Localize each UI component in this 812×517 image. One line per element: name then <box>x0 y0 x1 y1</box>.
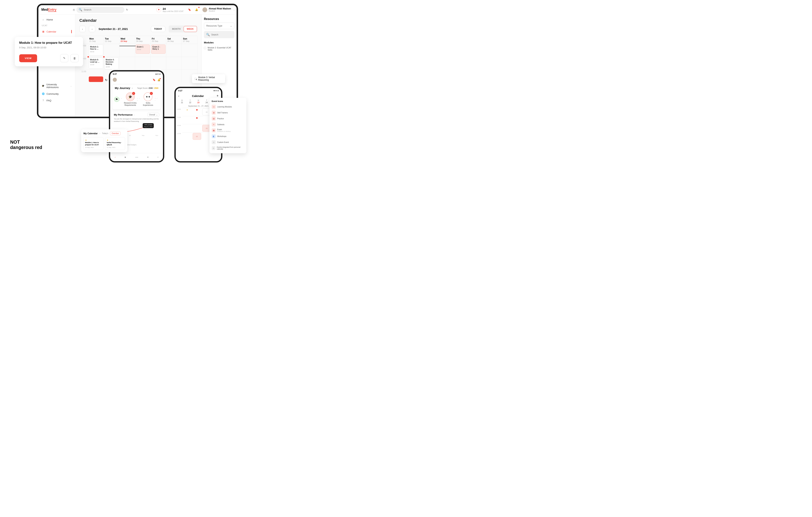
legend-custom: ☺Custom Event <box>212 139 244 145</box>
user-role: Student <box>209 10 231 12</box>
next-week-button[interactable]: › <box>89 26 95 32</box>
chevron-right-icon[interactable]: › <box>134 114 135 116</box>
cell-sat-09[interactable] <box>166 44 182 57</box>
journey-step-research[interactable]: 🎓✓ Research Entry Requirements <box>123 92 137 106</box>
resources-search-input[interactable] <box>211 33 238 36</box>
chevron-right-icon[interactable]: › <box>99 132 100 134</box>
resource-module-2[interactable]: Module 2: Essential UCAT Skills <box>204 46 234 52</box>
cell-sat-10[interactable] <box>166 57 182 70</box>
legend-exam: ▦Examavailable on desktop <box>212 128 244 133</box>
cell-mon-10[interactable]: Module 9: Lead up … 10:00 <box>88 57 104 70</box>
cell-tue-09[interactable] <box>104 44 120 57</box>
sidebar-admissions-label: University Admissions <box>46 83 68 89</box>
p2cell[interactable] <box>182 124 192 132</box>
overdue-item-2[interactable]: ▲ Verbal Reasoning - QBank 11 Sep, 2021 <box>105 137 125 150</box>
p2cell[interactable]: ▲ <box>182 108 192 116</box>
calendar-range: September 21 - 27, 2021 <box>98 28 128 30</box>
cell-wed-10[interactable] <box>119 57 135 70</box>
chevron-right-icon[interactable]: › <box>132 86 133 89</box>
nav-library[interactable]: ▭▭ <box>135 156 138 158</box>
search-input[interactable] <box>84 8 122 11</box>
user-menu[interactable]: Ahmad Rhiel Madsen Student ⌄ <box>202 7 235 12</box>
global-search[interactable]: 🔍 <box>77 7 124 13</box>
day-sat: Sat26 Sep <box>166 36 182 44</box>
bell-icon[interactable]: 🔔 <box>157 79 161 81</box>
check-icon: ✓ <box>150 92 153 95</box>
event-exam-2[interactable]: Exam 2 - Retry 1 <box>151 45 166 54</box>
tab-overdue[interactable]: Overdue <box>110 132 120 135</box>
warning-icon: ▲ <box>85 139 102 141</box>
cell-sat-11[interactable] <box>166 70 182 83</box>
event-exam-1[interactable]: Exam 1 09:00 <box>136 45 150 54</box>
view-button[interactable]: VIEW <box>19 54 37 62</box>
p2cell[interactable] <box>192 108 202 116</box>
p2cell[interactable] <box>192 124 202 132</box>
overdue-item-1[interactable]: ▲ Module 1: How to prepare for UCAT 10 S… <box>83 137 104 150</box>
cell-fri-09[interactable]: Exam 2 - Retry 1 <box>151 44 166 57</box>
avatar[interactable] <box>113 78 117 82</box>
history-icon[interactable]: ↻ <box>124 7 129 12</box>
cell-sun-10[interactable] <box>182 57 198 70</box>
cell-tue-10[interactable]: Module 4: Decision Making 10:00 <box>104 57 120 70</box>
resources-type-select[interactable]: Resources Type ⌄ <box>204 23 234 29</box>
cell-wed-09[interactable] <box>119 44 135 57</box>
module-chip[interactable]: ▭ <box>193 133 201 140</box>
phone-statusbar: 9:27 ••• ᯤ ▮ <box>110 72 163 77</box>
cell-sun-09[interactable] <box>182 44 198 57</box>
sidebar-item-faq[interactable]: ? FAQ <box>38 97 75 104</box>
prev-week-button[interactable]: ‹ <box>79 26 86 32</box>
my-calendar-title: My Calendar <box>83 132 98 135</box>
event-module-4[interactable]: Module 4: Decision Making 10:00 <box>105 57 119 69</box>
cell-mon-11[interactable] <box>88 70 104 83</box>
today-button[interactable]: TODAY <box>151 26 165 32</box>
phone-signal-icon: ••• ᯤ ▮ <box>213 89 219 92</box>
month-view-button[interactable]: MONTH <box>169 26 184 32</box>
journey-step-extra[interactable]: ✦✦✓ Extra Experiences <box>141 92 155 106</box>
bell-icon[interactable]: 🔔 <box>194 7 199 12</box>
week-view-button[interactable]: WEEK <box>184 26 197 32</box>
add-button[interactable]: + <box>216 94 219 98</box>
cell-fri-10[interactable] <box>151 57 166 70</box>
tab-todays[interactable]: Today's <box>102 132 108 134</box>
delete-button[interactable]: 🗑 <box>70 54 79 62</box>
cell-mon-09[interactable]: Module 1: How to … 09:00 <box>88 44 104 57</box>
resources-search[interactable]: 🔍 <box>204 31 234 38</box>
sidebar-item-admissions[interactable]: 🎓 University Admissions ⌄ <box>38 81 75 90</box>
nav-practice[interactable]: ⊞ <box>147 156 149 158</box>
edit-button[interactable]: ✎ <box>60 54 68 62</box>
dots-connector: • • • <box>119 97 123 101</box>
event-icons-legend: Event Icons ▭Learning Modules ⊞Skill Tra… <box>209 98 246 153</box>
p2cell[interactable] <box>182 132 192 140</box>
nav-home[interactable]: ⌂ <box>115 156 116 158</box>
nav-menu[interactable]: ≡ <box>157 156 158 158</box>
day-wed: Wed23 Sep <box>119 36 135 44</box>
performance-filter[interactable]: Overall ⌄ <box>147 113 159 117</box>
p2cell[interactable]: ▭ <box>192 132 202 140</box>
event-red-block[interactable] <box>89 77 103 82</box>
bookmark-icon[interactable]: 🔖 <box>187 7 192 12</box>
sidebar-faq-label: FAQ <box>47 99 51 102</box>
refresh-icon[interactable]: ↻ <box>105 78 108 82</box>
brand-pre: Med <box>41 8 48 11</box>
phone-time: 9:27 <box>113 73 117 75</box>
p2cell[interactable] <box>192 116 202 124</box>
sidebar-item-calendar[interactable]: ▦ Calendar <box>38 28 75 35</box>
clock-back-icon[interactable]: ◴ <box>71 7 77 12</box>
bookmark-icon[interactable]: 🔖 <box>153 79 155 81</box>
event-module-9[interactable]: Module 9: Lead up … 10:00 <box>89 57 103 69</box>
brand-mark: Entry <box>48 8 56 12</box>
back-button[interactable]: ‹ <box>178 94 179 98</box>
event-module-1[interactable]: Module 1: How to … 09:00 <box>89 45 103 56</box>
flag-icon: ⚑ <box>114 97 119 102</box>
module-icon: ▭ <box>212 105 216 109</box>
menu-icon: ≡ <box>157 156 158 158</box>
checkbox-icon[interactable] <box>204 47 206 49</box>
nav-calendar[interactable]: ▦ <box>124 156 126 158</box>
cell-thu-10[interactable] <box>135 57 151 70</box>
p2cell[interactable] <box>182 116 192 124</box>
sidebar-item-community[interactable]: 🌐 Community <box>38 90 75 97</box>
day-sun: Sun27 Sep <box>182 36 198 44</box>
chevron-down-icon: ⌄ <box>230 25 232 27</box>
sidebar-item-home[interactable]: ⌂ Home <box>38 16 75 23</box>
cell-thu-09[interactable]: Exam 1 09:00 <box>135 44 151 57</box>
